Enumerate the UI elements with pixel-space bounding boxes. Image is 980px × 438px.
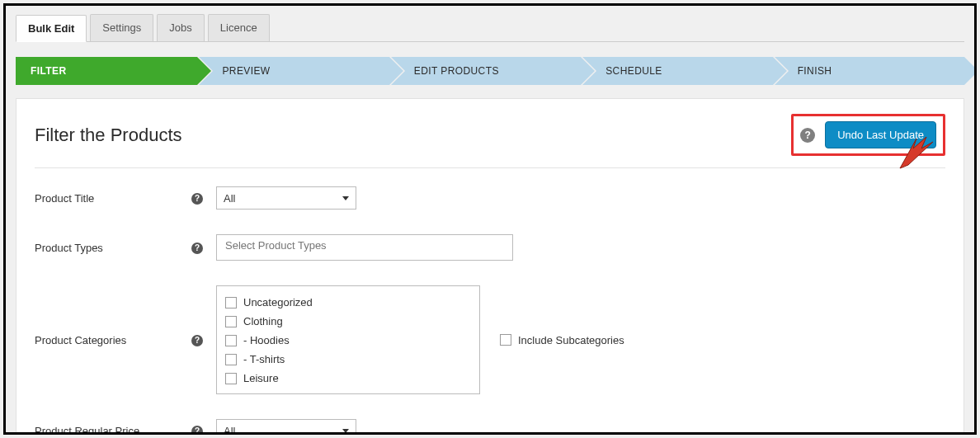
product-regular-price-select[interactable]: All [216, 419, 356, 435]
category-option[interactable]: Clothing [225, 312, 471, 331]
checkbox-icon[interactable] [225, 297, 237, 308]
checkbox-icon[interactable] [225, 373, 237, 384]
chevron-down-icon [342, 196, 349, 200]
product-title-select[interactable]: All [216, 186, 356, 210]
label-product-categories: Product Categories [35, 334, 191, 346]
step-schedule[interactable]: SCHEDULE [582, 57, 772, 85]
checkbox-label: Include Subcategories [518, 334, 624, 346]
tab-jobs[interactable]: Jobs [157, 14, 204, 41]
help-icon[interactable]: ? [191, 335, 203, 346]
panel-title: Filter the Products [35, 125, 182, 146]
help-icon[interactable]: ? [191, 243, 203, 254]
tab-label: Bulk Edit [28, 22, 74, 35]
wizard-steps: FILTER PREVIEW EDIT PRODUCTS SCHEDULE FI… [16, 57, 964, 85]
help-icon[interactable]: ? [800, 128, 815, 143]
tab-label: Jobs [169, 21, 191, 34]
option-label: Clothing [243, 315, 283, 327]
window: { "tabs": [ { "label": "Bulk Edit", "act… [3, 3, 977, 435]
help-icon[interactable]: ? [191, 426, 203, 435]
category-option[interactable]: - T-shirts [225, 350, 471, 369]
tab-bulk-edit[interactable]: Bulk Edit [16, 15, 87, 42]
step-label: SCHEDULE [605, 65, 662, 77]
step-filter[interactable]: FILTER [16, 57, 197, 85]
label-product-types: Product Types [35, 242, 191, 254]
row-product-regular-price: Product Regular Price ? All [35, 419, 945, 435]
checkbox-icon[interactable] [225, 335, 237, 346]
help-icon[interactable]: ? [191, 193, 203, 205]
row-product-title: Product Title ? All [35, 186, 945, 210]
tab-label: Licence [220, 21, 257, 34]
product-categories-listbox[interactable]: Uncategorized Clothing - Hoodies - T-shi… [216, 285, 480, 394]
product-types-multiselect[interactable]: Select Product Types [216, 234, 513, 261]
select-value: All [224, 192, 235, 205]
tab-settings[interactable]: Settings [90, 14, 153, 41]
step-label: PREVIEW [222, 65, 270, 77]
step-preview[interactable]: PREVIEW [199, 57, 389, 85]
category-option[interactable]: - Hoodies [225, 331, 471, 350]
label-product-regular-price: Product Regular Price [35, 425, 191, 436]
option-label: Leisure [243, 372, 279, 384]
tab-label: Settings [102, 21, 141, 34]
select-value: All [224, 425, 235, 436]
tab-licence[interactable]: Licence [208, 14, 270, 41]
row-product-types: Product Types ? Select Product Types [35, 234, 945, 261]
chevron-down-icon [342, 429, 349, 433]
label-product-title: Product Title [35, 192, 191, 205]
step-label: FINISH [798, 65, 832, 77]
checkbox-icon[interactable] [500, 334, 511, 346]
step-finish[interactable]: FINISH [775, 57, 964, 85]
category-option[interactable]: Uncategorized [225, 293, 471, 312]
panel-filter-products: Filter the Products ? Undo Last Update P… [16, 98, 964, 435]
checkbox-icon[interactable] [225, 316, 237, 327]
undo-highlight-box: ? Undo Last Update [791, 114, 945, 156]
include-subcategories-checkbox[interactable]: Include Subcategories [500, 334, 624, 346]
row-product-categories: Product Categories ? Uncategorized Cloth… [35, 285, 945, 394]
option-label: Uncategorized [243, 296, 313, 308]
checkbox-icon[interactable] [225, 354, 237, 365]
page-tabs: Bulk Edit Settings Jobs Licence [16, 14, 964, 42]
step-edit-products[interactable]: EDIT PRODUCTS [391, 57, 581, 85]
undo-last-update-button[interactable]: Undo Last Update [825, 121, 936, 148]
category-option[interactable]: Leisure [225, 369, 471, 388]
step-label: EDIT PRODUCTS [414, 65, 499, 77]
option-label: - T-shirts [243, 353, 285, 365]
step-label: FILTER [31, 65, 67, 77]
placeholder-text: Select Product Types [225, 239, 327, 252]
panel-header: Filter the Products ? Undo Last Update [35, 114, 945, 168]
option-label: - Hoodies [243, 334, 290, 346]
